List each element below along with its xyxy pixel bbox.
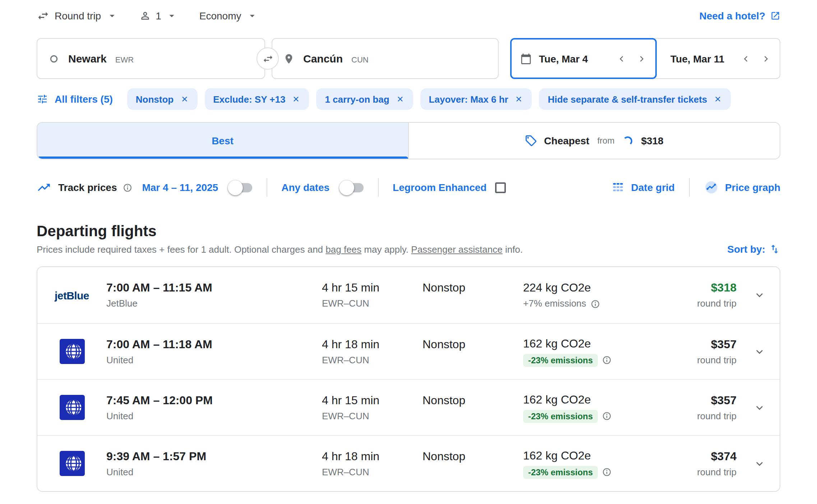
- united-logo: [59, 395, 84, 420]
- airline-name: United: [106, 410, 315, 422]
- flight-stops-cell: Nonstop: [423, 449, 523, 478]
- united-logo: [59, 451, 84, 476]
- legroom-group: Legroom Enhanced: [393, 182, 506, 193]
- tab-best[interactable]: Best: [37, 123, 408, 159]
- flight-stops-cell: Nonstop: [423, 281, 523, 309]
- flight-emissions-cell: 162 kg CO2e -23% emissions: [523, 336, 688, 367]
- depart-next-day-button[interactable]: [637, 53, 647, 64]
- flight-co2: 224 kg CO2e: [523, 281, 681, 295]
- flight-row[interactable]: 7:45 AM – 12:00 PM United 4 hr 15 min EW…: [37, 379, 780, 435]
- depart-date-field[interactable]: Tue, Mar 4: [510, 38, 657, 79]
- google-flights-page: Round trip 1 Economy Need a hotel?: [0, 5, 817, 504]
- flight-duration: 4 hr 15 min: [322, 281, 415, 295]
- trip-type-select[interactable]: Round trip: [37, 9, 117, 22]
- divider: [689, 178, 690, 197]
- destination-airport-code: CUN: [351, 53, 369, 64]
- date-picker: Tue, Mar 4 Tue, Mar 11: [510, 38, 780, 79]
- divider: [266, 178, 267, 197]
- origin-airport-code: EWR: [115, 53, 134, 64]
- flight-emissions-cell: 224 kg CO2e +7% emissions: [523, 281, 688, 309]
- airline-name: United: [106, 466, 315, 478]
- destination-field[interactable]: Cancún CUN: [272, 38, 499, 79]
- location-pin-icon: [283, 53, 295, 64]
- expand-flight-button[interactable]: [739, 346, 780, 357]
- filter-chip-exclude-sy[interactable]: Exclude: SY +13: [204, 88, 309, 110]
- sort-by-label: Sort by:: [727, 243, 765, 255]
- info-icon[interactable]: [591, 299, 600, 308]
- bag-fees-link[interactable]: bag fees: [326, 244, 361, 255]
- date-range-link[interactable]: Mar 4 – 11, 2025: [142, 182, 218, 193]
- filter-chip-layover[interactable]: Layover: Max 6 hr: [420, 88, 532, 110]
- departing-section-header: Departing flights Prices include require…: [37, 223, 780, 255]
- depart-prev-day-button[interactable]: [617, 53, 627, 64]
- any-dates-toggle[interactable]: [340, 183, 363, 192]
- price-graph-button[interactable]: Price graph: [704, 180, 780, 195]
- flight-emissions-cell: 162 kg CO2e -23% emissions: [523, 392, 688, 423]
- chip-close-button[interactable]: [515, 95, 523, 103]
- expand-flight-button[interactable]: [739, 458, 780, 469]
- flight-times: 9:39 AM – 1:57 PM: [106, 449, 315, 463]
- flight-row[interactable]: 9:39 AM – 1:57 PM United 4 hr 18 min EWR…: [37, 435, 780, 491]
- date-grid-label: Date grid: [631, 182, 675, 193]
- results-toolbar: Track prices Mar 4 – 11, 2025 Any dates …: [37, 174, 780, 201]
- chip-label: Nonstop: [136, 94, 174, 104]
- passenger-assistance-link[interactable]: Passenger assistance: [411, 244, 502, 255]
- chip-close-button[interactable]: [396, 95, 405, 103]
- swap-locations-button[interactable]: [257, 47, 279, 70]
- filters-bar: All filters (5) Nonstop Exclude: SY +13 …: [37, 88, 780, 110]
- chip-close-button[interactable]: [292, 95, 300, 103]
- info-icon[interactable]: [602, 355, 611, 365]
- all-filters-label: All filters (5): [55, 93, 113, 105]
- return-date-field[interactable]: Tue, Mar 11: [655, 38, 780, 79]
- disclaimer-text: info.: [503, 244, 523, 255]
- info-icon[interactable]: [602, 467, 611, 477]
- flight-duration-cell: 4 hr 18 min EWR–CUN: [322, 337, 423, 366]
- all-filters-button[interactable]: All filters (5): [37, 93, 113, 105]
- any-dates-label: Any dates: [281, 182, 329, 193]
- filter-chip-carry-on[interactable]: 1 carry-on bag: [316, 88, 413, 110]
- chip-close-button[interactable]: [714, 95, 722, 103]
- flight-row[interactable]: 7:00 AM – 11:18 AM United 4 hr 18 min EW…: [37, 323, 780, 379]
- track-prices-toggle[interactable]: [228, 183, 252, 192]
- flight-row[interactable]: jetBlue 7:00 AM – 11:15 AM JetBlue 4 hr …: [37, 267, 780, 323]
- date-grid-button[interactable]: Date grid: [612, 181, 675, 194]
- info-icon[interactable]: [123, 183, 132, 192]
- chevron-right-icon: [637, 53, 647, 64]
- track-prices-label: Track prices: [58, 182, 117, 193]
- legroom-checkbox[interactable]: [495, 182, 506, 193]
- close-icon: [515, 95, 523, 103]
- legroom-label: Legroom Enhanced: [393, 182, 486, 193]
- airline-logo: [37, 451, 106, 476]
- passengers-select[interactable]: 1: [139, 10, 178, 22]
- return-next-day-button[interactable]: [761, 53, 771, 64]
- divider: [378, 178, 378, 197]
- chip-close-button[interactable]: [180, 95, 189, 103]
- flight-route: EWR–CUN: [322, 410, 415, 422]
- expand-flight-button[interactable]: [739, 289, 780, 301]
- person-icon: [139, 10, 151, 22]
- price-graph-label: Price graph: [725, 182, 780, 193]
- airline-logo: [37, 395, 106, 420]
- info-icon[interactable]: [602, 411, 611, 421]
- flight-price-cell: $357 round trip: [688, 337, 739, 366]
- need-hotel-link[interactable]: Need a hotel?: [699, 10, 780, 22]
- flight-price: $357: [688, 393, 737, 407]
- filter-chip-hide-self-transfer[interactable]: Hide separate & self-transfer tickets: [539, 88, 731, 110]
- origin-field[interactable]: Newark EWR: [37, 38, 265, 79]
- filter-chip-nonstop[interactable]: Nonstop: [127, 88, 197, 110]
- chip-label: Layover: Max 6 hr: [429, 94, 508, 104]
- departing-flights-list: jetBlue 7:00 AM – 11:15 AM JetBlue 4 hr …: [37, 266, 780, 492]
- chevron-down-icon: [166, 10, 178, 22]
- cabin-class-select[interactable]: Economy: [199, 10, 258, 22]
- tab-cheapest[interactable]: Cheapest from $318: [408, 123, 780, 159]
- expand-flight-button[interactable]: [739, 402, 780, 413]
- flight-price-cell: $374 round trip: [688, 449, 739, 478]
- result-tabs: Best Cheapest from $318: [37, 122, 780, 159]
- return-prev-day-button[interactable]: [741, 53, 751, 64]
- flight-times-cell: 7:45 AM – 12:00 PM United: [106, 393, 322, 422]
- sort-by-button[interactable]: Sort by:: [727, 243, 780, 255]
- trip-type-note: round trip: [688, 410, 737, 422]
- emissions-badge: -23% emissions: [523, 466, 598, 479]
- date-grid-icon: [612, 181, 625, 194]
- flight-price-cell: $318 round trip: [688, 281, 739, 309]
